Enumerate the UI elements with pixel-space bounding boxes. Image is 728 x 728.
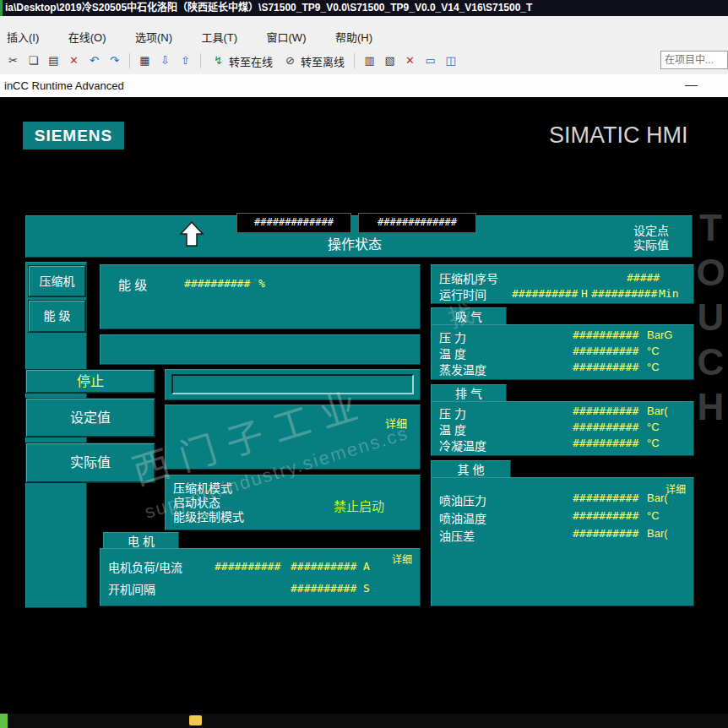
go-offline-icon: ⊘ xyxy=(282,52,298,69)
go-online-label: 转至在线 xyxy=(229,53,273,69)
accessible-devices-icon[interactable]: ▥ xyxy=(361,52,378,69)
menu-online[interactable]: 在线(O) xyxy=(68,29,106,45)
mode-line-2: 启动状态 xyxy=(173,496,220,510)
menu-tools[interactable]: 工具(T) xyxy=(201,29,237,45)
discharge-pressure-value: ########## xyxy=(573,405,638,417)
message-field[interactable] xyxy=(171,374,414,394)
detail-button[interactable]: 详细 xyxy=(385,415,407,431)
message-panel xyxy=(165,369,421,400)
taskbar-start-icon[interactable] xyxy=(0,714,8,728)
actual-value-button[interactable]: 实际值 xyxy=(25,443,155,483)
os-taskbar xyxy=(0,714,728,728)
cut-icon[interactable]: ✂ xyxy=(5,52,21,69)
delete-icon[interactable]: ✕ xyxy=(66,52,82,69)
discharge-panel: 压 力 ########## Bar( 温 度 ########## °C 冷凝… xyxy=(431,401,694,456)
detail-panel: 详细 xyxy=(165,405,421,470)
window-icon[interactable]: ▭ xyxy=(422,52,438,69)
motor-interval-label: 开机间隔 xyxy=(108,580,155,597)
setpoint-button[interactable]: 设定值 xyxy=(25,398,155,437)
discharge-temp-label: 温 度 xyxy=(439,421,466,437)
motor-interval-unit: S xyxy=(363,582,370,595)
stop-button[interactable]: 停止 xyxy=(25,369,155,394)
suction-pressure-value: ########## xyxy=(573,329,638,341)
evap-temp-value: ########## xyxy=(573,361,638,373)
suction-temp-unit: °C xyxy=(647,345,660,357)
oil-injection-pressure-value: ########## xyxy=(573,492,638,504)
receive-alarms-icon[interactable]: ▧ xyxy=(382,52,398,69)
oil-pressure-diff-value: ########## xyxy=(573,527,638,540)
upload-from-device-icon[interactable]: ⇧ xyxy=(177,52,193,69)
oil-injection-temp-unit: °C xyxy=(647,509,660,522)
project-search xyxy=(660,51,728,69)
actual-label: 实际值 xyxy=(621,238,682,253)
go-online-icon: ↯ xyxy=(210,52,226,69)
discharge-pressure-unit: Bar( xyxy=(647,405,668,417)
runtime-minutes-unit: Min xyxy=(659,287,678,300)
motor-load-value-1: ########## xyxy=(215,560,280,573)
menu-help[interactable]: 帮助(H) xyxy=(335,29,372,45)
motor-detail-button[interactable]: 详细 xyxy=(392,551,412,566)
oil-injection-temp-value: ########## xyxy=(573,509,638,522)
toolbar-separator xyxy=(200,53,201,68)
motor-interval-value: ########## xyxy=(291,582,356,595)
desktop-edge xyxy=(0,0,3,16)
oil-injection-pressure-label: 喷油压力 xyxy=(439,492,486,508)
compile-icon[interactable]: ▦ xyxy=(137,52,153,69)
nav-compressor-button[interactable]: 压缩机 xyxy=(28,265,86,297)
undo-icon[interactable]: ↶ xyxy=(86,52,102,69)
menu-options[interactable]: 选项(N) xyxy=(135,29,172,45)
discharge-temp-value: ########## xyxy=(573,421,638,433)
window-title-bar[interactable]: ia\Desktop\2019冷S20505中石化洛阳（陕西延长中煤）\S715… xyxy=(0,0,728,16)
mode-panel: 压缩机模式 启动状态 能级控制模式 禁止启动 xyxy=(165,475,421,530)
paste-icon[interactable]: ▤ xyxy=(46,52,62,69)
split-window-icon[interactable]: ◫ xyxy=(443,52,459,69)
energy-label: 能 级 xyxy=(118,275,147,293)
mode-line-3: 能级控制模式 xyxy=(173,510,244,524)
minimize-button[interactable]: — xyxy=(685,77,698,91)
runtime-hours-unit: H xyxy=(581,287,588,300)
oil-pressure-diff-label: 油压差 xyxy=(439,527,475,544)
setpoint-label: 设定点 xyxy=(621,224,682,238)
nav-energy-button[interactable]: 能 级 xyxy=(28,300,86,333)
menu-window[interactable]: 窗口(W) xyxy=(267,29,307,45)
discharge-temp-unit: °C xyxy=(647,421,660,433)
download-to-device-icon[interactable]: ⇩ xyxy=(157,52,173,69)
simatic-hmi-label: SIMATIC HMI xyxy=(549,122,705,149)
header-io-field-2[interactable]: ############# xyxy=(358,213,476,233)
toolbar-separator xyxy=(354,53,355,68)
hmi-screen: SIEMENS SIMATIC HMI TOUCH 操作状态 设定点 实际值 #… xyxy=(0,97,728,714)
suction-temp-label: 温 度 xyxy=(439,345,466,361)
motor-load-unit: A xyxy=(363,560,370,573)
start-inhibit-status: 禁止启动 xyxy=(334,497,384,514)
oil-pressure-diff-unit: Bar( xyxy=(647,527,668,540)
close-icon[interactable]: ✕ xyxy=(402,52,418,69)
suction-pressure-unit: BarG xyxy=(647,329,672,341)
copy-icon[interactable]: ❏ xyxy=(25,52,41,69)
condensing-temp-value: ########## xyxy=(573,437,638,449)
search-input[interactable] xyxy=(660,51,728,69)
suction-temp-value: ########## xyxy=(573,345,638,357)
oil-injection-pressure-unit: Bar( xyxy=(647,492,668,504)
mode-line-1: 压缩机模式 xyxy=(173,481,232,496)
condensing-temp-unit: °C xyxy=(647,437,660,449)
runtime-window-titlebar[interactable]: inCC Runtime Advanced — xyxy=(0,74,728,98)
menu-bar: 插入(I) 在线(O) 选项(N) 工具(T) 窗口(W) 帮助(H) xyxy=(7,29,398,46)
suction-pressure-label: 压 力 xyxy=(439,329,466,345)
up-arrow-icon[interactable] xyxy=(179,220,204,251)
runtime-window-title: inCC Runtime Advanced xyxy=(4,79,124,92)
suction-panel: 压 力 ########## BarG 温 度 ########## °C 蒸发… xyxy=(431,324,694,380)
header-io-field-1[interactable]: ############# xyxy=(236,213,351,233)
discharge-pressure-label: 压 力 xyxy=(439,405,466,421)
condensing-temp-label: 冷凝温度 xyxy=(439,437,486,454)
energy-panel: 能 级 ########## % xyxy=(100,264,421,329)
redo-icon[interactable]: ↷ xyxy=(106,52,122,69)
toolbar: ✂ ❏ ▤ ✕ ↶ ↷ ▦ ⇩ ⇧ ↯ 转至在线 ⊘ 转至离线 ▥ ▧ ✕ ▭ … xyxy=(5,51,459,71)
runtime-label: 运行时间 xyxy=(439,285,486,302)
taskbar-folder-icon[interactable] xyxy=(189,715,202,725)
suction-tab: 吸 气 xyxy=(431,307,507,326)
menu-insert[interactable]: 插入(I) xyxy=(7,29,39,45)
go-online-button[interactable]: ↯ 转至在线 xyxy=(208,52,275,69)
screen: ia\Desktop\2019冷S20505中石化洛阳（陕西延长中煤）\S715… xyxy=(0,0,728,728)
go-offline-button[interactable]: ⊘ 转至离线 xyxy=(280,52,347,69)
motor-panel: 详细 电机负荷/电流 ########## ########## A 开机间隔 … xyxy=(100,548,421,606)
